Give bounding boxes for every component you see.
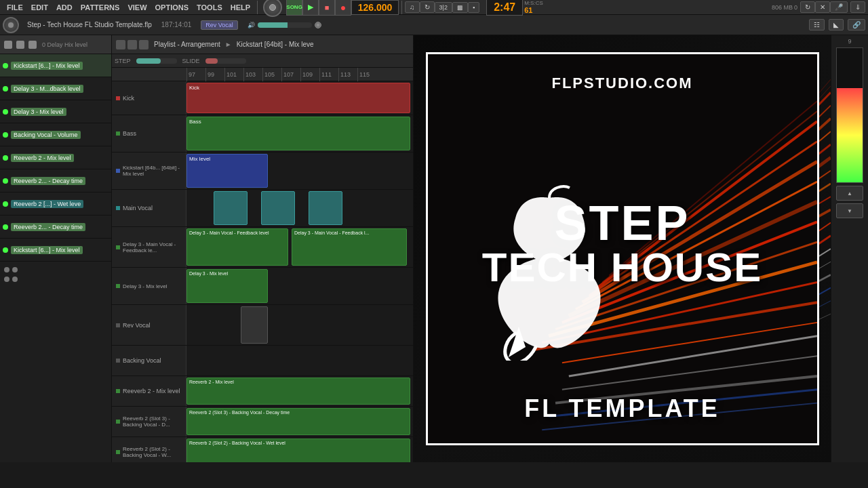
track-content-mainvocal[interactable] xyxy=(186,190,413,226)
pl-icon-1[interactable] xyxy=(116,40,125,49)
level-meter xyxy=(836,47,863,183)
track-row-mainvocal: Main Vocal xyxy=(112,190,413,227)
pattern-btn[interactable]: ▩ xyxy=(452,2,468,13)
channel-item-5[interactable]: Reeverb 2... - Decay time xyxy=(0,169,111,192)
channel-dot-0 xyxy=(3,63,8,68)
track-color-kickstart xyxy=(116,169,120,173)
volume-knob[interactable] xyxy=(315,22,321,28)
download-btn[interactable]: ⇓ xyxy=(850,1,865,13)
track-row-delay3-mix: Delay 3 - Mix level Delay 3 - Mix level xyxy=(112,268,413,305)
cpu-info: 9 xyxy=(848,38,851,45)
channel-dot-2 xyxy=(3,109,8,115)
clip-kick[interactable]: Kick xyxy=(186,83,410,113)
clip-reeverb2-slot2[interactable]: Reeverb 2 (Slot 2) - Backing Vocal - Wet… xyxy=(186,439,410,462)
rack-add-icon[interactable] xyxy=(16,41,24,49)
menu-options[interactable]: OPTIONS xyxy=(151,3,193,12)
dot-icon-2[interactable] xyxy=(12,277,18,282)
clip-delay3-mix[interactable]: Delay 3 - Mix level xyxy=(186,269,268,303)
rev-vocal-tag[interactable]: Rev Vocal xyxy=(201,20,238,30)
stop-button[interactable]: ■ xyxy=(319,0,335,16)
track-label-mainvocal: Main Vocal xyxy=(112,190,186,226)
menu-file[interactable]: FILE xyxy=(3,3,27,12)
record-button[interactable]: ● xyxy=(335,0,351,16)
channel-item-7[interactable]: Reeverb 2... - Decay time xyxy=(0,216,111,239)
channel-item-6[interactable]: Reeverb 2 [...] - Wet leve xyxy=(0,192,111,216)
plus-icon-1[interactable] xyxy=(4,267,9,272)
fr-btn-2[interactable]: ▼ xyxy=(836,203,863,218)
refresh-btn[interactable]: ↻ xyxy=(800,1,815,13)
close-btn[interactable]: ✕ xyxy=(815,1,830,13)
clip-kickstart[interactable]: Mix level xyxy=(186,154,268,188)
clip-mainvocal-3[interactable] xyxy=(309,191,342,225)
link-btn[interactable]: 🔗 xyxy=(848,19,865,30)
dot-icon-1[interactable] xyxy=(12,267,18,272)
track-label-backingvocal: Backing Vocal xyxy=(112,346,186,375)
rack-icon[interactable] xyxy=(4,41,12,49)
track-content-delay3-mix[interactable]: Delay 3 - Mix level xyxy=(186,268,413,304)
clip-delay3-1[interactable]: Delay 3 - Main Vocal - Feedback level xyxy=(186,228,288,266)
tempo-display[interactable]: 126.000 xyxy=(351,0,399,15)
clip-bass[interactable]: Bass xyxy=(186,117,410,150)
menu-help[interactable]: HELP xyxy=(226,3,254,12)
ruler-99: 99 xyxy=(205,68,224,81)
pitch-knob[interactable] xyxy=(3,17,19,33)
song-button[interactable]: SONG xyxy=(286,0,302,16)
plus-icon-2[interactable] xyxy=(4,277,9,282)
channel-item-4[interactable]: Reeverb 2 - Mix level xyxy=(0,146,111,169)
clip-mainvocal-1[interactable] xyxy=(214,191,248,225)
channel-label-3: Backing Vocal - Volume xyxy=(11,131,81,139)
track-content-bass[interactable]: Bass xyxy=(186,115,413,152)
track-content-kick[interactable]: Kick xyxy=(186,81,413,115)
track-content-delay3[interactable]: Delay 3 - Main Vocal - Feedback level De… xyxy=(186,227,413,267)
channel-item-2[interactable]: Delay 3 - Mix level xyxy=(0,100,111,123)
track-content-reeverb2[interactable]: Reeverb 2 - Mix level xyxy=(186,376,413,406)
ruler-103: 103 xyxy=(243,68,262,81)
channel-item-8[interactable]: Kickstart [6...] - Mix level xyxy=(0,239,111,262)
pl-icon-3[interactable] xyxy=(139,40,149,49)
menu-tools[interactable]: TOOLS xyxy=(193,3,226,12)
clip-mainvocal-2[interactable] xyxy=(261,191,295,225)
metronome-btn[interactable]: ♫ xyxy=(405,1,420,13)
main-knob[interactable] xyxy=(263,0,282,17)
track-content-kickstart[interactable]: Mix level xyxy=(186,152,413,189)
channel-label-2: Delay 3 - Mix level xyxy=(11,108,66,116)
track-name-bass: Bass xyxy=(123,130,136,137)
track-color-revvocal xyxy=(116,323,120,327)
track-content-reeverb2-slot3[interactable]: Reeverb 2 (Slot 3) - Backing Vocal - Dec… xyxy=(186,407,413,436)
track-row-reeverb2: Reeverb 2 - Mix level Reeverb 2 - Mix le… xyxy=(112,376,413,407)
pl-icon-2[interactable] xyxy=(127,40,137,49)
menu-view[interactable]: VIEW xyxy=(123,3,151,12)
grid-btn[interactable]: ☷ xyxy=(809,19,825,30)
track-color-kick xyxy=(116,96,120,100)
toolbar2: Step - Tech House FL Studio Template.flp… xyxy=(0,15,868,35)
channel-dot-4 xyxy=(3,155,8,161)
main-content: 0 Delay Hix level Kickstart [6...] - Mix… xyxy=(0,35,868,462)
play-button[interactable]: ▶ xyxy=(302,0,319,16)
channel-item-3[interactable]: Backing Vocal - Volume xyxy=(0,123,111,146)
clip-revvocal[interactable] xyxy=(241,306,268,344)
channel-item-1[interactable]: Delay 3 - M...dback level xyxy=(0,77,111,100)
snap-btn[interactable]: ◣ xyxy=(829,19,844,30)
menu-patterns[interactable]: PATTERNS xyxy=(77,3,124,12)
mic-btn[interactable]: 🎤 xyxy=(830,1,848,13)
loop-btn[interactable]: ↻ xyxy=(420,1,435,13)
breadcrumb-arrow: ► xyxy=(225,41,232,48)
volume-bar[interactable] xyxy=(258,22,312,28)
track-content-revvocal[interactable] xyxy=(186,305,413,345)
track-color-reeverb2 xyxy=(116,389,120,393)
clip-delay3-2[interactable]: Delay 3 - Main Vocal - Feedback l... xyxy=(292,228,407,266)
channel-item-0[interactable]: Kickstart [6...] - Mix level xyxy=(0,54,111,77)
step-slider[interactable] xyxy=(136,58,177,64)
clip-reeverb2[interactable]: Reeverb 2 - Mix level xyxy=(186,378,410,405)
slide-slider[interactable] xyxy=(205,58,246,64)
track-content-backingvocal[interactable] xyxy=(186,346,413,375)
fr-btn-1[interactable]: ▲ xyxy=(836,186,863,201)
count-btn[interactable]: 3|2 xyxy=(435,2,452,13)
clip-reeverb2-slot3[interactable]: Reeverb 2 (Slot 3) - Backing Vocal - Dec… xyxy=(186,408,410,435)
menu-edit[interactable]: EDIT xyxy=(27,3,52,12)
menu-add[interactable]: ADD xyxy=(52,3,77,12)
arp-btn[interactable]: ▪ xyxy=(468,2,479,13)
channel-label-4: Reeverb 2 - Mix level xyxy=(11,154,74,162)
rack-link-icon[interactable] xyxy=(28,41,37,49)
track-content-reeverb2-slot2[interactable]: Reeverb 2 (Slot 2) - Backing Vocal - Wet… xyxy=(186,437,413,462)
